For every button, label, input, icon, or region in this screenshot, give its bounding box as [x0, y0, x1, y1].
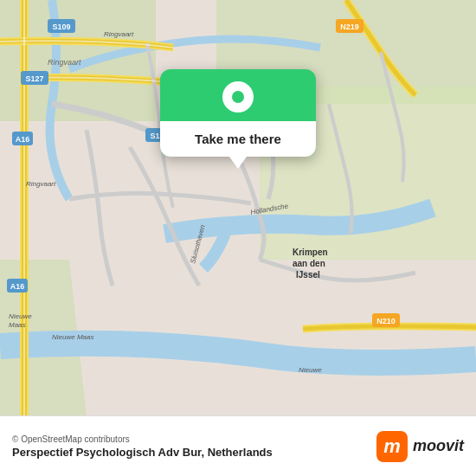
popup: Take me there [160, 69, 316, 157]
svg-text:Nieuwe: Nieuwe [299, 366, 322, 374]
moovit-logo: m moovit [376, 431, 464, 462]
svg-text:IJssel: IJssel [296, 270, 320, 280]
svg-text:N219: N219 [340, 23, 359, 31]
moovit-wordmark: moovit [413, 437, 464, 455]
svg-text:Ringvaart: Ringvaart [104, 30, 134, 38]
svg-text:Krimpen: Krimpen [293, 248, 328, 257]
map: S109 S127 S127 A16 A16 N219 N210 Ringvaa… [0, 0, 476, 415]
footer: © OpenStreetMap contributors Perspectief… [0, 415, 476, 476]
copyright-text: © OpenStreetMap contributors [12, 434, 273, 444]
footer-info: © OpenStreetMap contributors Perspectief… [12, 434, 273, 459]
svg-text:N210: N210 [376, 317, 396, 325]
svg-text:S127: S127 [25, 74, 43, 83]
svg-text:aan den: aan den [293, 259, 325, 268]
svg-text:Ringvaart: Ringvaart [26, 180, 56, 188]
svg-text:A16: A16 [16, 135, 30, 144]
location-title: Perspectief Psychologisch Adv Bur, Nethe… [12, 446, 273, 459]
location-pin [222, 81, 254, 113]
svg-text:Maas: Maas [9, 321, 26, 329]
svg-text:S109: S109 [52, 23, 70, 31]
svg-text:A16: A16 [10, 282, 25, 291]
svg-text:Nieuwe: Nieuwe [9, 312, 32, 320]
svg-text:Nieuwe Maas: Nieuwe Maas [52, 333, 93, 341]
take-me-there-button[interactable]: Take me there [160, 121, 316, 157]
svg-text:Ringvaart: Ringvaart [48, 58, 81, 67]
moovit-icon: m [376, 431, 408, 462]
